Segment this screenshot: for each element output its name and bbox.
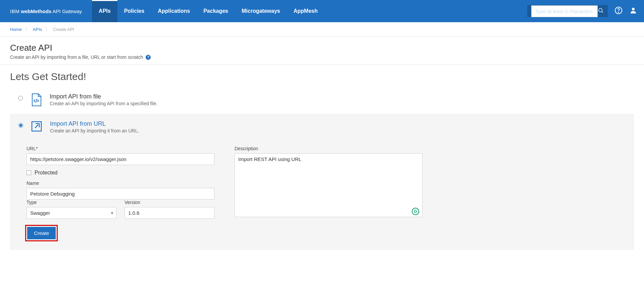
breadcrumb-sep: 〉 — [45, 26, 50, 32]
breadcrumb-sep: 〉 — [25, 26, 30, 32]
radio-import-url[interactable] — [18, 123, 23, 128]
page-title: Create API — [10, 43, 634, 53]
brand: IBM webMethods API Gateway — [10, 8, 82, 14]
topbar: IBM webMethods API Gateway APIs Policies… — [0, 0, 644, 22]
topbar-right — [527, 5, 637, 17]
protected-checkbox[interactable] — [27, 170, 31, 175]
option-file-title: Import API from file — [50, 93, 157, 100]
tab-label: AppMesh — [294, 8, 318, 14]
url-label: URL* — [27, 146, 214, 151]
content: Lets Get Started! Import API from file C… — [0, 65, 644, 260]
option-file-desc: Create an API by importing API from a sp… — [50, 101, 157, 106]
option-url-text: Import API from URL Create an API by imp… — [50, 120, 139, 133]
create-button[interactable]: Create — [27, 227, 56, 239]
name-input[interactable] — [27, 188, 214, 200]
tab-label: Policies — [124, 8, 144, 14]
version-label: Version — [125, 200, 214, 205]
file-import-icon — [30, 93, 42, 108]
protected-label: Protected — [35, 170, 57, 176]
radio-import-file[interactable] — [18, 96, 23, 100]
version-input[interactable] — [125, 207, 214, 219]
lead-heading: Lets Get Started! — [10, 71, 634, 82]
svg-point-4 — [632, 8, 635, 10]
description-label: Description — [235, 146, 423, 151]
brand-ibm: IBM — [10, 8, 19, 14]
help-dot-icon[interactable]: ? — [146, 55, 151, 60]
breadcrumb-home[interactable]: Home — [10, 27, 22, 32]
import-url-panel: Import API from URL Create an API by imp… — [10, 114, 634, 250]
user-icon[interactable] — [629, 6, 637, 16]
breadcrumb-current: Create API — [53, 27, 74, 32]
protected-row: Protected — [27, 170, 214, 176]
option-import-url[interactable]: Import API from URL Create an API by imp… — [10, 114, 634, 140]
description-textarea[interactable] — [235, 153, 423, 217]
main-tabs: APIs Policies Applications Packages Micr… — [92, 0, 325, 22]
svg-point-0 — [599, 8, 602, 12]
tab-microgateways[interactable]: Microgateways — [235, 0, 287, 22]
svg-line-1 — [602, 11, 603, 12]
help-icon[interactable] — [614, 6, 623, 16]
page-subtitle: Create an API by importing from a file, … — [10, 54, 143, 60]
form-area: URL* Protected Name Type Swagger — [10, 140, 634, 219]
create-button-highlight: Create — [25, 225, 58, 241]
breadcrumb: Home 〉 APIs 〉 Create API — [0, 22, 644, 37]
svg-point-3 — [618, 12, 619, 12]
search-icon[interactable] — [598, 7, 604, 15]
url-import-icon — [31, 120, 43, 134]
type-label: Type — [27, 200, 116, 205]
brand-webmethods: webMethods — [21, 8, 51, 14]
description-wrap: G — [235, 153, 423, 218]
tab-packages[interactable]: Packages — [197, 0, 235, 22]
tab-policies[interactable]: Policies — [117, 0, 151, 22]
page-header: Create API Create an API by importing fr… — [0, 37, 644, 65]
type-select[interactable]: Swagger — [27, 207, 116, 219]
page-subtitle-row: Create an API by importing from a file, … — [10, 54, 634, 60]
tab-applications[interactable]: Applications — [151, 0, 197, 22]
search-box[interactable] — [527, 5, 608, 17]
tab-label: Microgateways — [242, 8, 280, 14]
type-select-wrap: Swagger — [27, 207, 116, 219]
tab-label: APIs — [99, 8, 111, 14]
grammarly-icon[interactable]: G — [412, 208, 419, 215]
tab-label: Applications — [158, 8, 190, 14]
breadcrumb-apis[interactable]: APIs — [33, 27, 42, 32]
option-url-title: Import API from URL — [50, 120, 139, 127]
option-import-file[interactable]: Import API from file Create an API by im… — [10, 87, 634, 114]
search-input[interactable] — [531, 5, 598, 17]
url-input[interactable] — [27, 153, 214, 165]
tab-apis[interactable]: APIs — [92, 0, 117, 22]
form-right-column: Description G — [235, 146, 423, 219]
option-url-desc: Create an API by importing it from an UR… — [50, 128, 139, 133]
name-label: Name — [27, 180, 214, 186]
tab-appmesh[interactable]: AppMesh — [287, 0, 325, 22]
tab-label: Packages — [203, 8, 228, 14]
option-file-text: Import API from file Create an API by im… — [50, 93, 157, 106]
brand-gateway: API Gateway — [53, 8, 82, 14]
form-left-column: URL* Protected Name Type Swagger — [27, 146, 214, 219]
